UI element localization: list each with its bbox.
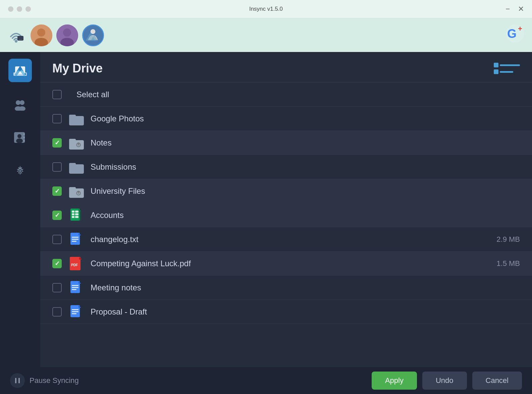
sheets-icon (69, 208, 84, 223)
svg-rect-64 (72, 311, 78, 312)
minimize-button-dot (17, 6, 22, 12)
svg-rect-31 (69, 115, 76, 118)
account-avatar-1[interactable] (31, 24, 52, 46)
folder-icon (69, 111, 84, 126)
svg-rect-59 (72, 285, 78, 286)
svg-point-17 (16, 100, 20, 105)
app-title: Insync v1.5.0 (249, 6, 283, 12)
select-all-label: Select all (76, 90, 109, 99)
file-checkbox-google-photos[interactable] (52, 114, 62, 123)
sidebar-item-shared[interactable] (8, 92, 32, 116)
main-layout: My Drive Select all (0, 52, 532, 367)
file-name-competing: Competing Against Luck.pdf (91, 259, 490, 268)
folder-special-icon (69, 135, 84, 150)
select-all-row[interactable]: Select all (40, 82, 532, 107)
account-avatar-2[interactable] (56, 24, 78, 46)
pause-label: Pause Syncing (30, 376, 79, 385)
svg-rect-46 (75, 211, 78, 213)
svg-rect-48 (75, 213, 78, 215)
svg-rect-50 (75, 216, 78, 218)
folder-icon (69, 160, 84, 174)
svg-text:...: ... (19, 37, 21, 40)
svg-rect-47 (72, 213, 74, 215)
file-name-university-files: University Files (91, 186, 520, 196)
list-item[interactable]: Submissions (40, 155, 532, 179)
list-item[interactable]: Meeting notes (40, 276, 532, 300)
view-toggle-box-2 (494, 69, 498, 74)
svg-rect-25 (23, 137, 25, 138)
list-item[interactable]: University Files (40, 179, 532, 203)
view-toggle-line-1 (494, 63, 520, 67)
svg-text:+: + (518, 24, 522, 33)
file-checkbox-proposal[interactable] (52, 307, 62, 317)
svg-rect-38 (69, 163, 76, 166)
file-checkbox-accounts[interactable] (52, 211, 62, 220)
select-all-checkbox[interactable] (52, 90, 62, 99)
maximize-button-dot (25, 6, 31, 12)
file-name-accounts: Accounts (91, 211, 520, 220)
sidebar-item-settings[interactable] (8, 159, 32, 183)
svg-rect-49 (72, 216, 74, 218)
minimize-icon[interactable]: − (506, 5, 510, 13)
file-name-meeting-notes: Meeting notes (91, 283, 520, 292)
docs-icon (69, 280, 84, 295)
view-toggle-line-short (500, 71, 513, 73)
svg-point-18 (20, 100, 24, 105)
list-item[interactable]: PDF Competing Against Luck.pdf1.5 MB (40, 251, 532, 276)
title-bar: Insync v1.5.0 − ✕ (0, 0, 532, 18)
svg-rect-53 (72, 237, 78, 238)
undo-button[interactable]: Undo (422, 372, 467, 390)
file-size-competing: 1.5 MB (496, 259, 520, 268)
file-checkbox-changelog[interactable] (52, 235, 62, 244)
svg-text:G: G (507, 27, 517, 41)
sidebar-item-contacts[interactable] (8, 126, 32, 149)
view-toggle-line-2 (494, 69, 520, 74)
svg-point-0 (15, 40, 17, 43)
file-name-google-photos: Google Photos (91, 114, 520, 123)
svg-rect-40 (69, 187, 76, 190)
content-header: My Drive (40, 52, 532, 82)
list-item[interactable]: Notes (40, 131, 532, 155)
list-item[interactable]: Proposal - Draft (40, 300, 532, 324)
svg-point-7 (63, 29, 71, 37)
list-item[interactable]: Google Photos (40, 107, 532, 131)
file-checkbox-submissions[interactable] (52, 162, 62, 172)
bottom-actions: Apply Undo Cancel (372, 372, 522, 390)
svg-rect-63 (72, 309, 78, 310)
file-name-submissions: Submissions (91, 162, 520, 172)
svg-rect-60 (72, 287, 78, 288)
list-item[interactable]: Accounts (40, 203, 532, 227)
file-rows-container: Google Photos Notes Submissions (40, 107, 532, 324)
file-size-changelog: 2.9 MB (496, 235, 520, 244)
svg-rect-26 (23, 140, 25, 142)
view-toggle-button[interactable] (494, 63, 520, 74)
account-avatar-3[interactable] (82, 24, 104, 46)
svg-rect-61 (72, 289, 76, 290)
file-name-proposal: Proposal - Draft (91, 307, 520, 317)
file-list: Select all Google Photos Notes (40, 82, 532, 367)
svg-rect-54 (72, 239, 78, 240)
sync-icon: ... (7, 26, 25, 45)
file-checkbox-meeting-notes[interactable] (52, 283, 62, 292)
svg-rect-55 (72, 241, 76, 242)
svg-point-22 (17, 134, 21, 138)
file-checkbox-university-files[interactable] (52, 186, 62, 196)
svg-rect-65 (72, 313, 76, 314)
close-icon[interactable]: ✕ (518, 5, 524, 13)
sidebar (0, 52, 40, 367)
list-item[interactable]: changelog.txt2.9 MB (40, 227, 532, 251)
svg-point-4 (37, 29, 45, 37)
sidebar-item-drive[interactable] (8, 59, 32, 82)
window-controls (8, 6, 31, 12)
close-button-dot (8, 6, 13, 12)
docs-icon (69, 304, 84, 319)
cancel-button[interactable]: Cancel (472, 372, 522, 390)
pdf-icon: PDF (69, 256, 84, 271)
file-checkbox-notes[interactable] (52, 138, 62, 148)
account-bar: ... G + (0, 18, 532, 52)
svg-rect-33 (69, 139, 76, 142)
pause-syncing-button[interactable]: Pause Syncing (10, 373, 79, 388)
google-plus-icon[interactable]: G + (506, 24, 524, 46)
file-checkbox-competing[interactable] (52, 259, 62, 268)
apply-button[interactable]: Apply (372, 372, 417, 390)
